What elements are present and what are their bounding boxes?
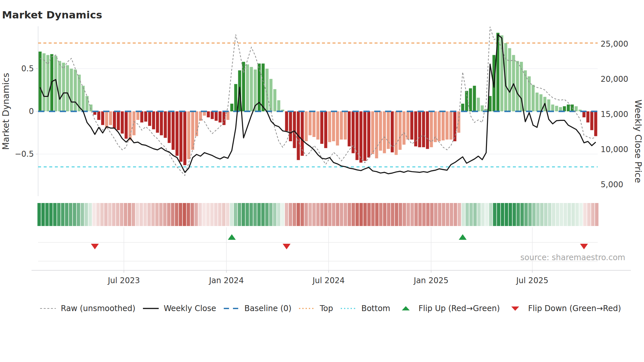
dynamics-bar (246, 64, 249, 111)
dynamics-bar (62, 63, 65, 111)
heatmap-cell (37, 203, 41, 226)
heatmap-cell (399, 203, 402, 226)
x-axis-tick-label: Jan 2025 (413, 276, 448, 285)
dynamics-bar (359, 111, 362, 163)
dynamics-bar (175, 111, 178, 156)
heatmap-cell (501, 203, 504, 226)
dynamics-bar (367, 111, 370, 157)
heatmap-cell (249, 203, 253, 226)
heatmap-cell (556, 203, 559, 226)
heatmap-cell (96, 203, 100, 226)
dynamics-bar (109, 111, 112, 125)
dynamics-bar (356, 111, 358, 160)
dynamics-bar (551, 104, 554, 111)
dynamics-bar (406, 111, 409, 140)
heatmap-cell (187, 203, 190, 226)
dynamics-bar (74, 70, 77, 111)
dynamics-bar (438, 111, 441, 141)
dynamics-bar (371, 111, 374, 154)
heatmap-cell (253, 203, 257, 226)
dynamics-bar (481, 105, 484, 111)
heatmap-cell (591, 203, 594, 226)
heatmap-cell (387, 203, 390, 226)
dynamics-bar (477, 98, 480, 111)
dynamics-bar (418, 111, 421, 147)
heatmap-cell (183, 203, 186, 226)
dynamics-bar (132, 111, 135, 135)
dynamics-bar (446, 111, 448, 140)
heatmap-cell (567, 203, 571, 226)
heatmap-cell (214, 203, 218, 226)
top-swatch-icon (298, 305, 315, 312)
heatmap-cell (375, 203, 379, 226)
heatmap-cell (179, 203, 182, 226)
heatmap-cell (359, 203, 363, 226)
heatmap-cell (269, 203, 272, 226)
dynamics-bar (140, 111, 143, 123)
dynamics-bar (547, 100, 550, 111)
x-axis-tick-label: Jul 2024 (312, 276, 345, 285)
dynamics-bar (262, 63, 264, 111)
heatmap-cell (41, 203, 45, 226)
dynamics-bar (70, 69, 73, 111)
heatmap-cell (497, 203, 500, 226)
legend-item-bottom: Bottom (340, 304, 390, 313)
heatmap-cell (485, 203, 488, 226)
dynamics-bar (536, 93, 539, 111)
heatmap-cell (477, 203, 481, 226)
heatmap-cell (297, 203, 300, 226)
heatmap-cell (552, 203, 555, 226)
dynamics-bar (383, 111, 386, 153)
dynamics-bar (160, 111, 163, 135)
heatmap-cell (336, 203, 339, 226)
source-attribution: source: sharemaestro.com (520, 253, 625, 262)
heatmap-cell (128, 203, 131, 226)
heatmap-cell (473, 203, 477, 226)
heatmap-cell (100, 203, 104, 226)
right-axis-tick-label: 5,000 (601, 180, 623, 189)
dynamics-bar (285, 111, 288, 131)
heatmap-cell (414, 203, 418, 226)
heatmap-cell (226, 203, 229, 226)
chart-legend: Raw (unsmoothed)Weekly CloseBaseline (0)… (39, 304, 634, 313)
dynamics-bar (113, 111, 116, 128)
chart-page: Market Dynamics 0.50−0.525,00020,00015,0… (0, 0, 644, 362)
heatmap-cell (332, 203, 335, 226)
heatmap-cell (442, 203, 445, 226)
heatmap-cell (210, 203, 214, 226)
legend-item-flip-down: Flip Down (Green→Red) (507, 304, 621, 313)
dynamics-bar (101, 111, 104, 125)
legend-label-raw: Raw (unsmoothed) (61, 304, 135, 313)
flip-down-marker (283, 244, 290, 249)
dynamics-bar (363, 111, 366, 161)
left-axis-tick-label: −0.5 (15, 149, 34, 159)
heatmap-cell (195, 203, 198, 226)
heatmap-cell (524, 203, 528, 226)
dynamics-bar (399, 111, 402, 150)
x-axis-tick-label: Jul 2025 (516, 276, 548, 285)
heatmap-cell (430, 203, 433, 226)
dynamics-bar (590, 111, 593, 130)
dynamics-bar (508, 48, 511, 111)
heatmap-cell (80, 203, 84, 226)
left-axis-label: Market Dynamics (1, 73, 11, 150)
legend-item-top: Top (298, 304, 333, 313)
heatmap-cell (175, 203, 178, 226)
dynamics-bar (594, 111, 597, 136)
heatmap-cell (242, 203, 245, 226)
dynamics-bar (58, 61, 61, 111)
legend-label-top: Top (320, 304, 333, 313)
dynamics-bar (277, 100, 280, 111)
heatmap-cell (466, 203, 469, 226)
heatmap-cell (383, 203, 386, 226)
heatmap-cell (544, 203, 547, 226)
dynamics-bar (516, 61, 519, 111)
dynamics-bar (453, 111, 456, 141)
heatmap-cell (583, 203, 586, 226)
dynamics-bar (586, 111, 589, 123)
dynamics-bar (168, 111, 171, 143)
right-axis-tick-label: 20,000 (601, 75, 628, 84)
heatmap-cell (422, 203, 426, 226)
heatmap-cell (410, 203, 414, 226)
legend-label-flip-up: Flip Up (Red→Green) (419, 304, 500, 313)
